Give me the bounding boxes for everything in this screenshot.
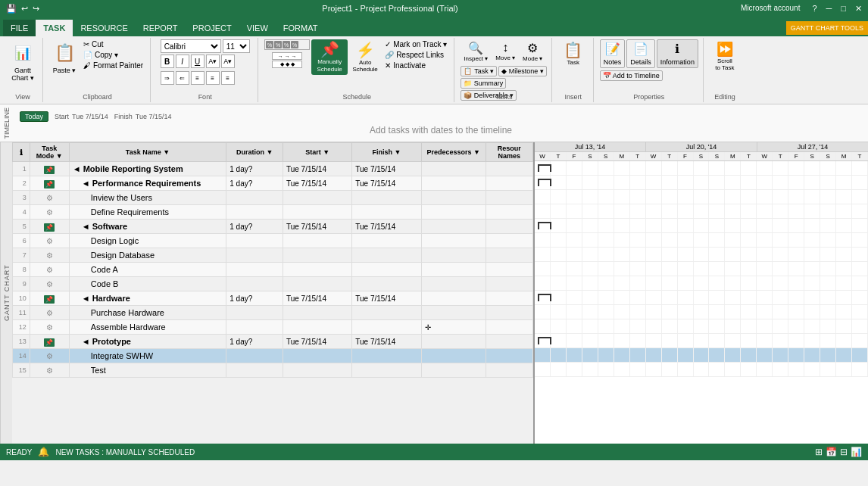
table-row[interactable]: 8⚙Code A bbox=[13, 263, 533, 277]
task-name-cell[interactable]: Design Logic bbox=[69, 234, 226, 248]
save-icon[interactable]: 💾 bbox=[6, 4, 17, 14]
align-left-button[interactable]: ≡ bbox=[191, 71, 205, 85]
task-name-cell[interactable]: ◄ Mobile Reporting System bbox=[69, 162, 226, 176]
undo-icon[interactable]: ↩ bbox=[21, 4, 28, 14]
table-row[interactable]: 13📌◄ Prototype1 day?Tue 7/15/14Tue 7/15/… bbox=[13, 335, 533, 349]
col-start[interactable]: Start ▼ bbox=[283, 143, 351, 162]
table-row[interactable]: 14⚙Integrate SWHW bbox=[13, 349, 533, 363]
gantt-cell bbox=[598, 276, 614, 290]
insert-task-button[interactable]: 📋 Task bbox=[558, 39, 589, 67]
task-inspect-button[interactable]: 🔍 Inspect ▾ bbox=[461, 39, 491, 64]
format-painter-button[interactable]: 🖌 Format Painter bbox=[81, 61, 145, 70]
tab-report[interactable]: REPORT bbox=[136, 20, 186, 36]
close-icon[interactable]: ✕ bbox=[855, 4, 862, 14]
mark-on-track-button[interactable]: ✓ Mark on Track ▾ bbox=[382, 39, 449, 49]
col-predecessors[interactable]: Predecessors ▼ bbox=[421, 143, 486, 162]
col-resource-names[interactable]: ResourNames bbox=[486, 143, 532, 162]
task-name-cell[interactable]: Assemble Hardware bbox=[69, 320, 226, 335]
redo-icon[interactable]: ↪ bbox=[33, 4, 39, 14]
task-name-cell[interactable]: ◄ Performance Requirements bbox=[69, 176, 226, 191]
help-icon[interactable]: ? bbox=[812, 4, 816, 14]
task-name-cell[interactable]: Code B bbox=[69, 277, 226, 291]
details-button[interactable]: 📄 Details bbox=[626, 39, 655, 68]
grid-icon[interactable]: ⊟ bbox=[840, 447, 848, 457]
information-button[interactable]: ℹ Information bbox=[657, 39, 698, 68]
table-row[interactable]: 15⚙Test bbox=[13, 363, 533, 378]
paste-button[interactable]: 📋 Paste ▾ bbox=[49, 39, 80, 76]
task-name-cell[interactable]: Purchase Hardware bbox=[69, 306, 226, 320]
gantt-cell bbox=[646, 161, 662, 175]
font-color-button[interactable]: A▾ bbox=[206, 55, 220, 68]
outdent-button[interactable]: ⇐ bbox=[176, 71, 189, 85]
chart-icon[interactable]: 📊 bbox=[851, 447, 862, 457]
respect-links-button[interactable]: 🔗 Respect Links bbox=[382, 50, 449, 60]
tab-task[interactable]: TASK bbox=[36, 20, 73, 36]
table-row[interactable]: 10📌◄ Hardware1 day?Tue 7/15/14Tue 7/15/1… bbox=[13, 291, 533, 306]
tab-view[interactable]: VIEW bbox=[239, 20, 276, 36]
col-mode[interactable]: TaskMode ▼ bbox=[30, 143, 69, 162]
underline-button[interactable]: U bbox=[191, 55, 205, 68]
tab-file[interactable]: FILE bbox=[3, 20, 36, 36]
task-name-cell[interactable]: Define Requirements bbox=[69, 205, 226, 220]
calendar-icon[interactable]: 📅 bbox=[826, 447, 837, 457]
col-duration[interactable]: Duration ▼ bbox=[226, 143, 283, 162]
tab-resource[interactable]: RESOURCE bbox=[73, 20, 135, 36]
task-name-cell[interactable]: Design Database bbox=[69, 248, 226, 263]
resource-names-cell bbox=[486, 277, 532, 291]
layout-icon[interactable]: ⊞ bbox=[815, 447, 823, 457]
table-row[interactable]: 2📌◄ Performance Requirements1 day?Tue 7/… bbox=[13, 176, 533, 191]
task-name-cell[interactable]: Test bbox=[69, 363, 226, 378]
mode-button[interactable]: ⚙ Mode ▾ bbox=[520, 39, 545, 64]
ribbon-group-font: Calibri 11 B I U A▾ A▾ ⇒ ⇐ ≡ ≡ ≡ Font bbox=[152, 38, 258, 102]
cut-button[interactable]: ✂ Cut bbox=[81, 39, 145, 49]
align-right-button[interactable]: ≡ bbox=[221, 71, 235, 85]
task-name-cell[interactable]: ◄ Prototype bbox=[69, 335, 226, 349]
gantt-cell bbox=[582, 219, 598, 232]
task-button[interactable]: 📋 Task ▾ bbox=[461, 66, 497, 76]
manually-schedule-button[interactable]: 📌 ManuallySchedule bbox=[311, 39, 348, 75]
italic-button[interactable]: I bbox=[176, 55, 189, 68]
tab-format[interactable]: FORMAT bbox=[276, 20, 326, 36]
col-name[interactable]: Task Name ▼ bbox=[69, 143, 226, 162]
align-center-button[interactable]: ≡ bbox=[206, 71, 220, 85]
table-row[interactable]: 4⚙Define Requirements bbox=[13, 205, 533, 220]
summary-button[interactable]: 📁 Summary bbox=[461, 78, 506, 89]
tab-project[interactable]: PROJECT bbox=[185, 20, 239, 36]
gantt-cell bbox=[582, 161, 598, 175]
indent-button[interactable]: ⇒ bbox=[161, 71, 174, 85]
minimize-icon[interactable]: ─ bbox=[826, 4, 832, 14]
task-name-cell[interactable]: ◄ Software bbox=[69, 220, 226, 234]
scroll-to-task-button[interactable]: ⏩ Scrollto Task bbox=[710, 39, 740, 73]
task-name-cell[interactable]: Inview the Users bbox=[69, 191, 226, 205]
copy-button[interactable]: 📄 Copy ▾ bbox=[81, 50, 145, 60]
task-name-cell[interactable]: Integrate SWHW bbox=[69, 349, 226, 363]
gantt-cell bbox=[662, 204, 678, 218]
table-row[interactable]: 7⚙Design Database bbox=[13, 248, 533, 263]
milestone-button[interactable]: ◆ Milestone ▾ bbox=[498, 66, 547, 76]
table-row[interactable]: 11⚙Purchase Hardware bbox=[13, 306, 533, 320]
auto-schedule-button[interactable]: ⚡ AutoSchedule bbox=[349, 39, 381, 74]
task-name-cell[interactable]: Code A bbox=[69, 263, 226, 277]
inactivate-button[interactable]: ✕ Inactivate bbox=[382, 61, 449, 70]
col-finish[interactable]: Finish ▼ bbox=[352, 143, 421, 162]
gantt-chart-button[interactable]: 📊 GanttChart ▾ bbox=[8, 39, 38, 83]
add-to-timeline-button[interactable]: 📅 Add to Timeline bbox=[600, 70, 663, 81]
task-name-cell[interactable]: ◄ Hardware bbox=[69, 291, 226, 306]
highlight-button[interactable]: A▾ bbox=[221, 55, 235, 68]
move-button[interactable]: ↕ Move ▾ bbox=[492, 39, 518, 64]
today-button[interactable]: Today bbox=[20, 111, 48, 122]
mark-track-icon: ✓ bbox=[385, 40, 391, 48]
table-row[interactable]: 12⚙Assemble Hardware✛ bbox=[13, 320, 533, 335]
start-cell bbox=[283, 349, 351, 363]
table-row[interactable]: 9⚙Code B bbox=[13, 277, 533, 291]
bold-button[interactable]: B bbox=[161, 55, 174, 68]
font-size-select[interactable]: 11 bbox=[223, 39, 250, 53]
maximize-icon[interactable]: □ bbox=[841, 4, 846, 14]
table-row[interactable]: 5📌◄ Software1 day?Tue 7/15/14Tue 7/15/14 bbox=[13, 220, 533, 234]
tab-gantt-tools[interactable]: GANTT CHART TOOLS bbox=[786, 21, 868, 35]
font-name-select[interactable]: Calibri bbox=[161, 39, 221, 53]
table-row[interactable]: 3⚙Inview the Users bbox=[13, 191, 533, 205]
table-row[interactable]: 1📌◄ Mobile Reporting System1 day?Tue 7/1… bbox=[13, 162, 533, 176]
notes-button[interactable]: 📝 Notes bbox=[600, 39, 626, 68]
table-row[interactable]: 6⚙Design Logic bbox=[13, 234, 533, 248]
